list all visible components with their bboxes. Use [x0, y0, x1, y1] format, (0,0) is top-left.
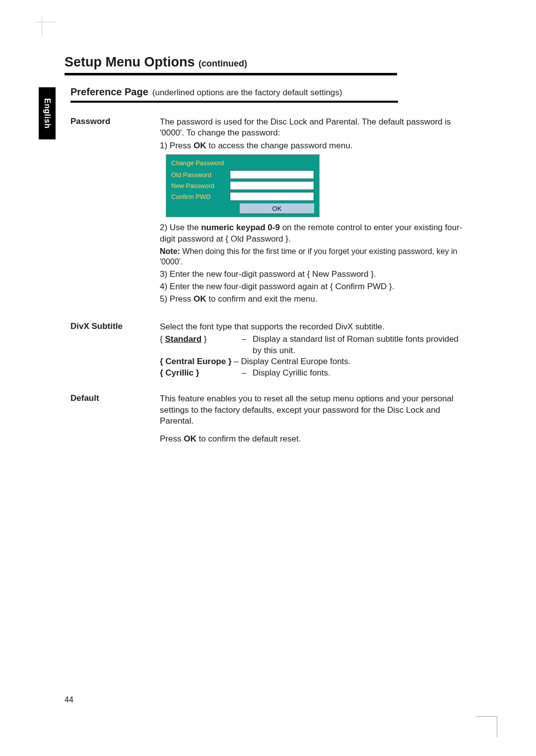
- divx-body: Select the font type that supports the r…: [160, 321, 467, 378]
- ok-bold: OK: [184, 434, 197, 443]
- new-password-field[interactable]: [230, 181, 314, 190]
- row-password: Password The password is used for the Di…: [70, 117, 467, 307]
- password-note: Note: When doing this for the first time…: [160, 246, 467, 267]
- opt-desc: Display a standard list of Roman subtitl…: [253, 334, 467, 356]
- password-step1: 1) Press OK to access the change passwor…: [160, 140, 467, 151]
- confirm-password-label: Confirm PWD: [171, 192, 225, 201]
- opt-label: { Central Europe } –: [160, 356, 241, 367]
- default-intro: This feature enables you to reset all th…: [160, 393, 467, 427]
- password-step3: 3) Enter the new four-digit password at …: [160, 269, 467, 280]
- password-step5: 5) Press OK to confirm and exit the menu…: [160, 294, 467, 305]
- text: { Cyrillic }: [160, 368, 199, 378]
- pref-heading-text: Preference Page: [70, 86, 148, 98]
- dash: –: [242, 334, 253, 356]
- text: to confirm and exit the menu.: [206, 294, 318, 304]
- title-main: Setup Menu Options: [65, 55, 195, 69]
- keypad-bold: numeric keypad 0-9: [201, 223, 280, 232]
- opt-desc: Display Central Europe fonts.: [241, 356, 467, 367]
- ok-bold: OK: [194, 141, 206, 150]
- text: { Central Europe }: [160, 357, 232, 366]
- page-number: 44: [65, 695, 73, 704]
- text: to confirm the default reset.: [197, 434, 301, 443]
- default-action: Press OK to confirm the default reset.: [160, 434, 467, 444]
- dash: –: [242, 368, 253, 378]
- old-password-field[interactable]: [230, 170, 314, 179]
- text: to access the change password menu.: [206, 141, 353, 150]
- dialog-ok-row: OK: [166, 202, 319, 215]
- pref-heading-paren: (underlined options are the factory defa…: [152, 88, 342, 98]
- opt-desc: Display Cyrillic fonts.: [253, 368, 467, 378]
- row-divx: DivX Subtitle Select the font type that …: [70, 321, 467, 378]
- title-suffix: (continued): [199, 59, 247, 68]
- divx-intro: Select the font type that supports the r…: [160, 321, 467, 332]
- row-default: Default This feature enables you to rese…: [70, 393, 467, 446]
- dialog-row-old: Old Password: [166, 169, 319, 180]
- password-step2: 2) Use the numeric keypad 0-9 on the rem…: [160, 222, 467, 245]
- password-label: Password: [70, 117, 160, 307]
- confirm-password-field[interactable]: [230, 192, 314, 201]
- dialog-row-new: New Password: [166, 180, 319, 191]
- text: 5) Press: [160, 294, 194, 304]
- text: {: [160, 334, 165, 344]
- divx-label: DivX Subtitle: [70, 321, 160, 378]
- password-intro: The password is used for the Disc Lock a…: [160, 117, 467, 139]
- page-content: English Setup Menu Options (continued) P…: [65, 55, 467, 461]
- old-password-label: Old Password: [171, 171, 225, 179]
- new-password-label: New Password: [171, 182, 225, 190]
- ok-bold: OK: [194, 294, 206, 304]
- text: 1) Press: [160, 141, 194, 150]
- password-body: The password is used for the Disc Lock a…: [160, 117, 467, 307]
- page-title: Setup Menu Options (continued): [65, 55, 467, 70]
- divx-option-central: { Central Europe } – Display Central Eur…: [160, 356, 467, 367]
- dialog-ok-button[interactable]: OK: [240, 203, 314, 213]
- default-body: This feature enables you to reset all th…: [160, 393, 467, 446]
- password-step4: 4) Enter the new four-digit password aga…: [160, 281, 467, 292]
- default-label: Default: [70, 393, 160, 446]
- divider: [65, 73, 397, 75]
- dialog-row-confirm: Confirm PWD: [166, 191, 319, 202]
- note-bold: Note:: [160, 247, 180, 255]
- dialog-title: Change Password: [166, 157, 319, 169]
- divx-option-cyrillic: { Cyrillic } – Display Cyrillic fonts.: [160, 368, 467, 378]
- text: Press: [160, 434, 184, 443]
- divx-option-standard: { Standard } – Display a standard list o…: [160, 334, 467, 356]
- standard-underlined: Standard: [165, 334, 201, 344]
- preference-heading: Preference Page (underlined options are …: [70, 86, 398, 103]
- text: 2) Use the: [160, 223, 201, 232]
- change-password-dialog: Change Password Old Password New Passwor…: [166, 154, 320, 217]
- opt-label: { Standard }: [160, 334, 242, 356]
- language-tab: English: [39, 87, 56, 139]
- opt-label: { Cyrillic }: [160, 368, 242, 378]
- note-text: When doing this for the first time or if…: [160, 247, 457, 266]
- text: }: [201, 334, 206, 344]
